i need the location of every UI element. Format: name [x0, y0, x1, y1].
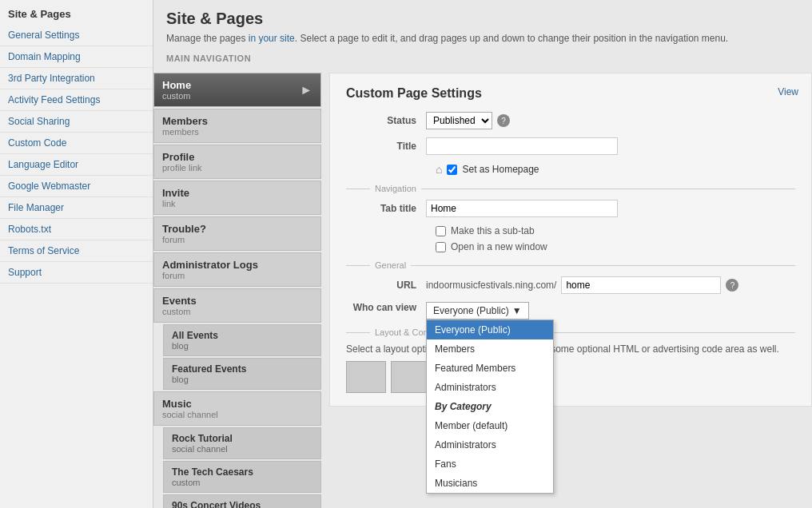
- nav-item-home-title: Home: [162, 79, 191, 91]
- nav-item-admin-logs-title: Administrator Logs: [162, 259, 258, 271]
- title-label: Title: [346, 141, 426, 152]
- new-window-row: Open in a new window: [436, 241, 795, 252]
- nav-item-music-sub: social channel: [162, 410, 218, 419]
- page-title: Site & Pages: [166, 10, 799, 28]
- sidebar-item-file-manager[interactable]: File Manager: [0, 197, 153, 219]
- who-can-view-dropdown[interactable]: Everyone (Public) ▼ Everyone (Public) Me…: [426, 302, 529, 319]
- nav-item-events[interactable]: Events custom: [153, 288, 321, 323]
- sidebar-item-social-sharing[interactable]: Social Sharing: [0, 111, 153, 133]
- nav-sub-rock-tutorial[interactable]: Rock Tutorial social channel: [163, 427, 321, 459]
- navigation-divider: Navigation: [346, 184, 795, 193]
- dropdown-list: Everyone (Public) Members Featured Membe…: [426, 319, 554, 494]
- url-help-icon[interactable]: ?: [726, 279, 738, 292]
- homepage-label: Set as Homepage: [462, 164, 539, 175]
- nav-item-events-sub: custom: [162, 307, 197, 316]
- url-input[interactable]: [561, 276, 721, 294]
- layout-description: Select a layout option for thing on the …: [346, 343, 795, 355]
- nav-item-members-sub: members: [162, 127, 208, 137]
- sub-tab-checkbox[interactable]: [436, 226, 446, 236]
- dropdown-option-featured-members[interactable]: Featured Members: [427, 359, 553, 378]
- dropdown-option-by-category[interactable]: By Category: [427, 397, 553, 416]
- homepage-row: ⌂ Set as Homepage: [436, 163, 795, 176]
- nav-item-home[interactable]: Home custom ►: [153, 73, 321, 107]
- homepage-checkbox[interactable]: [447, 165, 457, 175]
- tab-title-control: [426, 200, 618, 217]
- nav-item-trouble[interactable]: Trouble? forum: [153, 216, 321, 251]
- dropdown-option-administrators[interactable]: Administrators: [427, 378, 553, 397]
- nav-item-trouble-title: Trouble?: [162, 223, 206, 235]
- new-window-label: Open in a new window: [451, 241, 547, 252]
- view-link[interactable]: View: [778, 86, 798, 97]
- sidebar-item-custom-code[interactable]: Custom Code: [0, 133, 153, 154]
- nav-item-profile-sub: profile link: [162, 163, 202, 173]
- dropdown-arrow-icon: ▼: [512, 305, 522, 316]
- nav-sub-tech-caesars[interactable]: The Tech Caesars custom: [163, 461, 321, 493]
- nav-item-music[interactable]: Music social channel: [153, 391, 321, 426]
- general-divider: General: [346, 260, 795, 270]
- sidebar-item-language-editor[interactable]: Language Editor: [0, 154, 153, 176]
- new-window-checkbox[interactable]: [436, 242, 446, 252]
- sidebar-item-terms[interactable]: Terms of Service: [0, 240, 153, 262]
- title-row: Title: [346, 137, 795, 155]
- sidebar-item-support[interactable]: Support: [0, 262, 153, 284]
- dropdown-option-musicians[interactable]: Musicians: [427, 474, 553, 493]
- nav-item-trouble-sub: forum: [162, 235, 206, 244]
- nav-item-invite[interactable]: Invite link: [153, 181, 321, 215]
- status-select[interactable]: Published Draft: [426, 112, 492, 129]
- dropdown-option-administrators2[interactable]: Administrators: [427, 435, 553, 454]
- desc-link[interactable]: in your site: [249, 33, 295, 44]
- url-control: indoormusicfestivals.ning.com/ ?: [426, 276, 738, 294]
- nav-item-home-sub: custom: [162, 91, 191, 101]
- layout-desc-2: HTML or advertising code a: [613, 343, 730, 355]
- general-section-label: General: [375, 260, 406, 270]
- nav-sub-featured-events-sub: blog: [172, 375, 312, 384]
- layout-thumb-2[interactable]: [391, 361, 431, 393]
- nav-section-label: MAIN NAVIGATION: [153, 49, 812, 66]
- url-row: URL indoormusicfestivals.ning.com/ ?: [346, 276, 795, 294]
- sidebar-item-robots[interactable]: Robots.txt: [0, 219, 153, 240]
- sidebar-title: Site & Pages: [0, 0, 153, 25]
- nav-sub-tech-caesars-sub: custom: [172, 478, 312, 487]
- sidebar-item-general-settings[interactable]: General Settings: [0, 25, 153, 46]
- left-nav-column: Home custom ► Members members: [153, 73, 321, 508]
- nav-item-profile[interactable]: Profile profile link: [153, 145, 321, 179]
- panel-title: Custom Page Settings: [346, 86, 795, 101]
- nav-item-invite-sub: link: [162, 199, 189, 208]
- sidebar-item-activity-feed[interactable]: Activity Feed Settings: [0, 89, 153, 111]
- home-icon: ⌂: [436, 163, 442, 176]
- title-input[interactable]: [426, 137, 618, 155]
- nav-sub-featured-events[interactable]: Featured Events blog: [163, 358, 321, 390]
- nav-arrow-icon: ►: [300, 83, 312, 97]
- sidebar-item-google-webmaster[interactable]: Google Webmaster: [0, 176, 153, 197]
- nav-item-profile-title: Profile: [162, 151, 202, 163]
- sidebar-item-3rd-party[interactable]: 3rd Party Integration: [0, 68, 153, 89]
- title-control: [426, 137, 618, 155]
- sidebar: Site & Pages General Settings Domain Map…: [0, 0, 153, 508]
- tab-title-input[interactable]: [426, 200, 618, 217]
- who-can-view-row: Who can view Everyone (Public) ▼ Everyon…: [346, 302, 795, 319]
- dropdown-option-members[interactable]: Members: [427, 339, 553, 359]
- desc-after: . Select a page to edit it, and drag pag…: [295, 33, 728, 44]
- nav-sub-90s-title: 90s Concert Videos: [172, 500, 312, 508]
- dropdown-option-member-default[interactable]: Member (default): [427, 416, 553, 435]
- nav-sub-featured-events-title: Featured Events: [172, 363, 312, 375]
- dropdown-button[interactable]: Everyone (Public) ▼: [426, 302, 529, 319]
- nav-item-admin-logs-sub: forum: [162, 271, 258, 280]
- dropdown-option-everyone-public[interactable]: Everyone (Public): [427, 320, 553, 339]
- status-help-icon[interactable]: ?: [497, 114, 510, 127]
- nav-sub-rock-tutorial-sub: social channel: [172, 444, 312, 454]
- nav-sub-tech-caesars-title: The Tech Caesars: [172, 466, 312, 478]
- nav-sub-all-events[interactable]: All Events blog: [163, 324, 321, 356]
- nav-sub-90s-concert[interactable]: 90s Concert Videos: [163, 494, 321, 508]
- status-row: Status Published Draft ?: [346, 112, 795, 129]
- layout-thumb-1[interactable]: [346, 361, 386, 393]
- nav-item-members[interactable]: Members members: [153, 109, 321, 143]
- right-panel: Custom Page Settings View Status Publish…: [321, 73, 812, 508]
- dropdown-option-fans[interactable]: Fans: [427, 454, 553, 474]
- nav-item-admin-logs[interactable]: Administrator Logs forum: [153, 252, 321, 287]
- nav-sub-all-events-sub: blog: [172, 341, 312, 351]
- sidebar-item-domain-mapping[interactable]: Domain Mapping: [0, 46, 153, 68]
- main-header: Site & Pages Manage the pages in your si…: [153, 0, 812, 49]
- url-label: URL: [346, 280, 426, 291]
- desc-before: Manage the pages: [166, 33, 249, 44]
